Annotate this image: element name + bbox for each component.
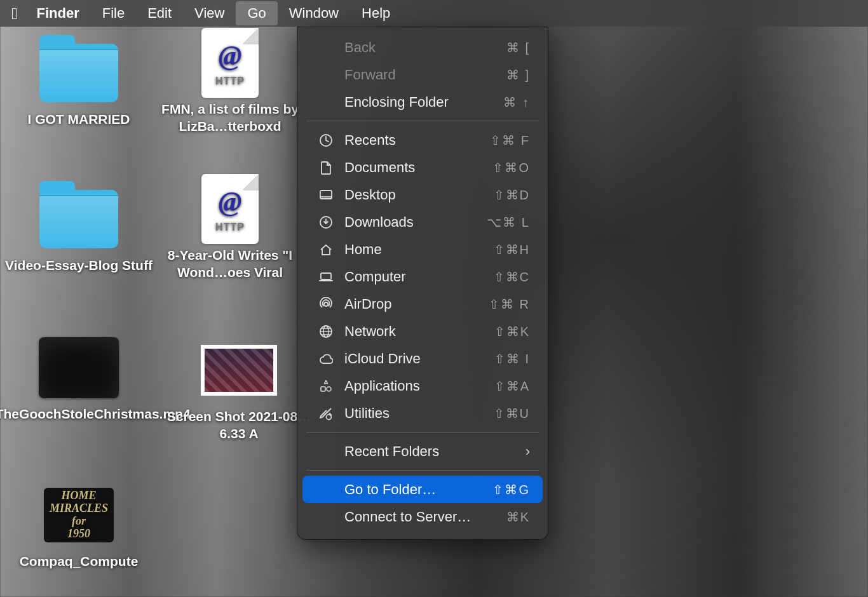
menu-item-shortcut: ⇧⌘O: [477, 160, 530, 175]
menu-item[interactable]: Desktop⇧⌘D: [302, 181, 543, 208]
desktop-icon[interactable]: Video-Essay-Blog Stuff: [5, 187, 153, 274]
desktop-icon[interactable]: HOME MIRACLESfor1950Compaq_Compute: [5, 483, 153, 570]
menu-item[interactable]: Downloads⌥⌘ L: [302, 208, 543, 236]
menu-item-label: iCloud Drive: [344, 351, 477, 367]
desktop-icon[interactable]: HowTheGoochStoleChristmas.mp4: [5, 335, 153, 422]
menu-item-label: Downloads: [344, 214, 477, 231]
video-file-icon: [39, 335, 119, 400]
desktop-icon-label: Video-Essay-Blog Stuff: [5, 257, 153, 274]
menu-item-label: Back: [344, 39, 477, 56]
desktop-icon[interactable]: Screen Shot 2021-08…6.33 A: [165, 338, 313, 443]
menu-item[interactable]: Recents⇧⌘ F: [302, 126, 543, 154]
menu-item-label: Documents: [344, 159, 477, 176]
screenshot-thumbnail-icon: [199, 338, 279, 403]
menu-item-label: Recents: [344, 132, 477, 149]
clock-icon: [316, 133, 336, 147]
chevron-right-icon: ›: [526, 443, 530, 460]
menu-item-shortcut: ⇧⌘ R: [477, 297, 530, 312]
menu-item-label: Utilities: [344, 405, 477, 422]
menu-item[interactable]: Recent Folders›: [302, 438, 543, 465]
menu-item[interactable]: Utilities⇧⌘U: [302, 399, 543, 427]
home-icon: [316, 243, 336, 257]
desktop-icon[interactable]: @HTTPFMN, a list of films by LizBa…tterb…: [156, 30, 304, 135]
menu-item-shortcut: ⌘ ]: [477, 67, 530, 83]
cloud-icon: [316, 352, 336, 366]
desktop-icon-label: 8-Year-Old Writes "I Wond…oes Viral: [156, 246, 304, 281]
apple-menu-icon[interactable]: : [9, 5, 25, 22]
webloc-icon: @HTTP: [190, 177, 270, 241]
menubar-item-view[interactable]: View: [183, 1, 236, 25]
webloc-subtype: HTTP: [215, 221, 245, 234]
menu-item-shortcut: ⇧⌘ F: [477, 133, 530, 148]
menu-item-label: Applications: [344, 378, 477, 394]
menu-item-shortcut: ⌘ [: [477, 40, 530, 55]
menubar-item-edit[interactable]: Edit: [136, 1, 183, 25]
menubar-app[interactable]: Finder: [25, 1, 91, 25]
menu-item-label: Desktop: [344, 187, 477, 203]
menu-item[interactable]: Enclosing Folder⌘ ↑: [302, 88, 543, 116]
menu-item-label: Enclosing Folder: [344, 94, 477, 111]
menu-item[interactable]: Computer⇧⌘C: [302, 263, 543, 290]
menu-item-shortcut: ⇧⌘C: [477, 269, 530, 285]
menu-item-shortcut: ⌘ ↑: [477, 95, 530, 110]
tools-icon: [316, 406, 336, 420]
menu-item-shortcut: ⇧⌘U: [477, 406, 530, 421]
video-thumbnail-icon: HOME MIRACLESfor1950: [39, 483, 119, 547]
desktop-icon[interactable]: I GOT MARRIED: [5, 41, 153, 128]
menu-item: Forward⌘ ]: [302, 61, 543, 88]
menu-item[interactable]: Applications⇧⌘A: [302, 372, 543, 399]
menu-item-label: Network: [344, 323, 477, 340]
menu-item-label: Computer: [344, 269, 477, 285]
download-icon: [316, 215, 336, 229]
menu-item[interactable]: iCloud Drive⇧⌘ I: [302, 345, 543, 372]
folder-icon: [39, 41, 119, 105]
desktop-icon-label: I GOT MARRIED: [28, 111, 130, 128]
menu-item-label: Go to Folder…: [344, 481, 477, 498]
menubar-item-window[interactable]: Window: [278, 1, 350, 25]
menu-item-label: AirDrop: [344, 296, 477, 312]
desktop-icon-label: Screen Shot 2021-08…6.33 A: [165, 408, 313, 443]
menu-separator: [306, 121, 539, 121]
desktop-icon[interactable]: @HTTP8-Year-Old Writes "I Wond…oes Viral: [156, 177, 304, 281]
menu-item[interactable]: Network⇧⌘K: [302, 318, 543, 345]
menu-item-label: Forward: [344, 67, 477, 83]
laptop-icon: [316, 270, 336, 284]
menu-item[interactable]: Home⇧⌘H: [302, 236, 543, 263]
go-menu-dropdown: Back⌘ [Forward⌘ ]Enclosing Folder⌘ ↑Rece…: [297, 27, 548, 540]
apps-icon: [316, 379, 336, 393]
menu-item-shortcut: ⇧⌘D: [477, 187, 530, 203]
desktop-icon-label: Compaq_Compute: [20, 553, 139, 570]
folder-icon: [39, 187, 119, 252]
desktop-icon-label: FMN, a list of films by LizBa…tterboxd: [156, 100, 304, 135]
globe-icon: [316, 325, 336, 339]
menu-item[interactable]: AirDrop⇧⌘ R: [302, 290, 543, 318]
menu-item-shortcut: ⇧⌘G: [477, 482, 530, 497]
desktop-icon-label: HowTheGoochStoleChristmas.mp4: [0, 405, 191, 422]
doc-icon: [316, 161, 336, 175]
airdrop-icon: [316, 297, 336, 311]
menu-item-shortcut: ⇧⌘ I: [477, 351, 530, 366]
menu-item-shortcut: ⌥⌘ L: [477, 215, 530, 230]
menu-item[interactable]: Go to Folder…⇧⌘G: [302, 476, 543, 503]
menu-item-label: Home: [344, 241, 477, 258]
menu-item[interactable]: Documents⇧⌘O: [302, 154, 543, 181]
menu-item[interactable]: Connect to Server…⌘K: [302, 503, 543, 530]
menu-separator: [306, 432, 539, 433]
menu-item-shortcut: ⇧⌘K: [477, 324, 530, 339]
menu-item: Back⌘ [: [302, 34, 543, 61]
desktop-icon: [316, 188, 336, 202]
webloc-icon: @HTTP: [190, 30, 270, 95]
menu-item-shortcut: ⇧⌘A: [477, 379, 530, 394]
menu-item-shortcut: ⌘K: [477, 509, 530, 525]
menubar-item-file[interactable]: File: [91, 1, 136, 25]
webloc-subtype: HTTP: [215, 75, 245, 88]
menu-item-label: Recent Folders: [344, 443, 526, 460]
menu-separator: [306, 470, 539, 471]
menu-item-shortcut: ⇧⌘H: [477, 242, 530, 257]
menubar-item-help[interactable]: Help: [350, 1, 402, 25]
menubar-item-go[interactable]: Go: [236, 1, 277, 25]
menubar:  Finder File Edit View Go Window Help: [0, 0, 868, 27]
menu-item-label: Connect to Server…: [344, 509, 477, 525]
